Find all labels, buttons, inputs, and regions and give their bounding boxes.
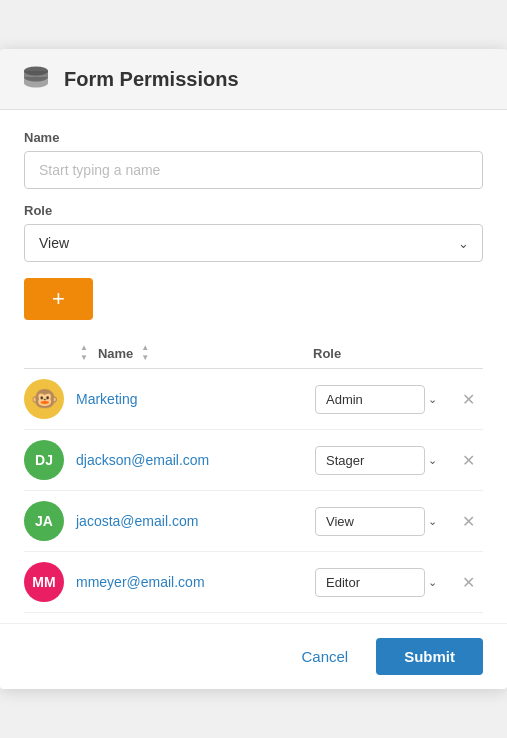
- name-input[interactable]: [24, 151, 483, 189]
- row-role-select[interactable]: View Editor Stager Admin: [315, 385, 425, 414]
- chevron-down-icon: ⌄: [428, 454, 437, 467]
- row-role-wrapper: View Editor Stager Admin ⌄: [315, 446, 445, 475]
- avatar-image: 🐵: [31, 386, 58, 412]
- chevron-down-icon: ⌄: [428, 576, 437, 589]
- table-row: 🐵 Marketing View Editor Stager Admin ⌄ ✕: [24, 369, 483, 430]
- row-role-wrapper: View Editor Stager Admin ⌄: [315, 507, 445, 536]
- avatar-initials: JA: [35, 513, 53, 529]
- avatar-initials: MM: [32, 574, 55, 590]
- name-label: Name: [24, 130, 483, 145]
- row-display-name: jacosta@email.com: [76, 513, 315, 529]
- modal-footer: Cancel Submit: [0, 623, 507, 689]
- table-row: DJ djackson@email.com View Editor Stager…: [24, 430, 483, 491]
- remove-button[interactable]: ✕: [453, 390, 483, 409]
- row-role-select[interactable]: View Editor Stager Admin: [315, 446, 425, 475]
- col-name-header: ▲ ▼ Name ▲ ▼: [24, 344, 313, 362]
- avatar: MM: [24, 562, 64, 602]
- avatar: JA: [24, 501, 64, 541]
- avatar-initials: DJ: [35, 452, 53, 468]
- add-button[interactable]: +: [24, 278, 93, 320]
- row-role-select[interactable]: View Editor Stager Admin: [315, 568, 425, 597]
- remove-button[interactable]: ✕: [453, 573, 483, 592]
- remove-button[interactable]: ✕: [453, 451, 483, 470]
- row-display-name: Marketing: [76, 391, 315, 407]
- col-role-label: Role: [313, 346, 341, 361]
- table-row: MM mmeyer@email.com View Editor Stager A…: [24, 552, 483, 613]
- remove-button[interactable]: ✕: [453, 512, 483, 531]
- chevron-down-icon: ⌄: [428, 515, 437, 528]
- chevron-down-icon: ⌄: [428, 393, 437, 406]
- role-select-wrapper: View Editor Stager Admin ⌄: [24, 224, 483, 262]
- row-role-wrapper: View Editor Stager Admin ⌄: [315, 568, 445, 597]
- row-role-wrapper: View Editor Stager Admin ⌄: [315, 385, 445, 414]
- name-sort-icon2[interactable]: ▲ ▼: [141, 344, 149, 362]
- role-select[interactable]: View Editor Stager Admin: [24, 224, 483, 262]
- modal-header: Form Permissions: [0, 49, 507, 110]
- table-row: JA jacosta@email.com View Editor Stager …: [24, 491, 483, 552]
- modal-body: Name Role View Editor Stager Admin ⌄ + ▲…: [0, 110, 507, 623]
- table-header: ▲ ▼ Name ▲ ▼ Role: [24, 338, 483, 369]
- modal-container: Form Permissions Name Role View Editor S…: [0, 49, 507, 689]
- page-title: Form Permissions: [64, 68, 239, 91]
- row-display-name: mmeyer@email.com: [76, 574, 315, 590]
- submit-button[interactable]: Submit: [376, 638, 483, 675]
- col-name-label: Name: [98, 346, 133, 361]
- permissions-table: ▲ ▼ Name ▲ ▼ Role 🐵: [24, 338, 483, 613]
- name-sort-icon[interactable]: ▲ ▼: [80, 344, 88, 362]
- avatar: DJ: [24, 440, 64, 480]
- row-role-select[interactable]: View Editor Stager Admin: [315, 507, 425, 536]
- cancel-button[interactable]: Cancel: [289, 640, 360, 673]
- database-icon: [20, 63, 52, 95]
- row-display-name: djackson@email.com: [76, 452, 315, 468]
- col-role-header: Role: [313, 346, 453, 361]
- role-label: Role: [24, 203, 483, 218]
- avatar: 🐵: [24, 379, 64, 419]
